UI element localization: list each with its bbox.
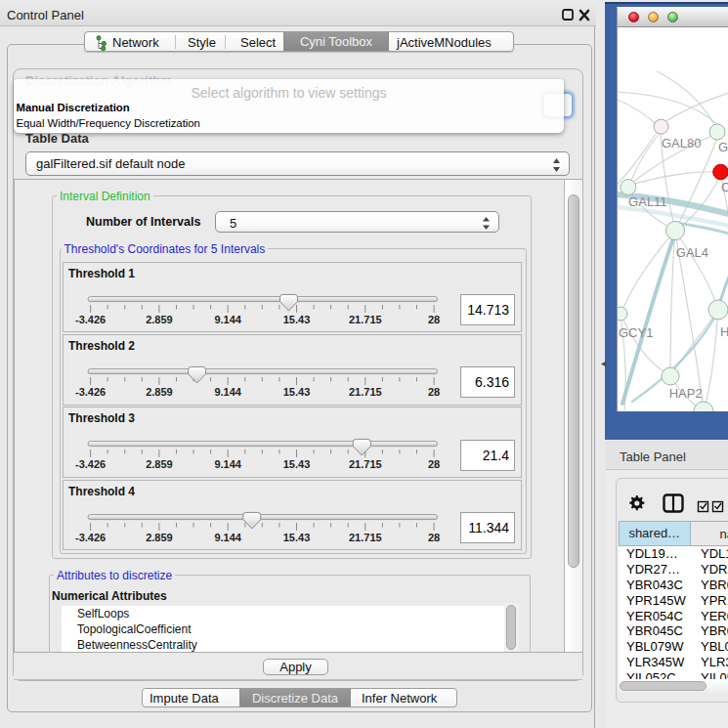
svg-text:-3.426: -3.426 (75, 458, 106, 470)
svg-text:GAL11: GAL11 (628, 194, 667, 209)
svg-text:9.144: 9.144 (214, 532, 241, 543)
svg-text:C: C (721, 180, 728, 194)
svg-text:GA: GA (718, 140, 728, 154)
svg-text:9.144: 9.144 (214, 458, 241, 470)
svg-text:2.859: 2.859 (146, 532, 173, 543)
svg-text:21.715: 21.715 (349, 314, 382, 325)
svg-text:28: 28 (428, 314, 440, 325)
svg-text:2.859: 2.859 (146, 386, 173, 398)
svg-text:15.43: 15.43 (283, 532, 311, 543)
svg-text:-3.426: -3.426 (75, 386, 106, 398)
svg-text:-3.426: -3.426 (75, 314, 106, 325)
svg-text:2.859: 2.859 (146, 458, 173, 470)
svg-text:9.144: 9.144 (214, 314, 241, 325)
svg-text:21.715: 21.715 (349, 386, 382, 398)
svg-text:28: 28 (428, 532, 440, 543)
svg-text:28: 28 (428, 458, 440, 470)
svg-text:9.144: 9.144 (214, 386, 241, 398)
svg-text:28: 28 (428, 386, 440, 398)
svg-text:GAL80: GAL80 (662, 136, 701, 150)
svg-text:H: H (720, 324, 728, 339)
svg-text:HAP2: HAP2 (669, 386, 703, 401)
svg-text:15.43: 15.43 (283, 314, 311, 325)
svg-text:-3.426: -3.426 (75, 532, 106, 543)
svg-text:2.859: 2.859 (146, 314, 173, 325)
svg-text:15.43: 15.43 (283, 458, 311, 470)
svg-text:15.43: 15.43 (283, 386, 311, 398)
svg-text:21.715: 21.715 (349, 532, 382, 543)
svg-text:GCY1: GCY1 (619, 325, 653, 340)
svg-text:21.715: 21.715 (349, 458, 382, 470)
svg-text:GAL4: GAL4 (676, 245, 708, 260)
